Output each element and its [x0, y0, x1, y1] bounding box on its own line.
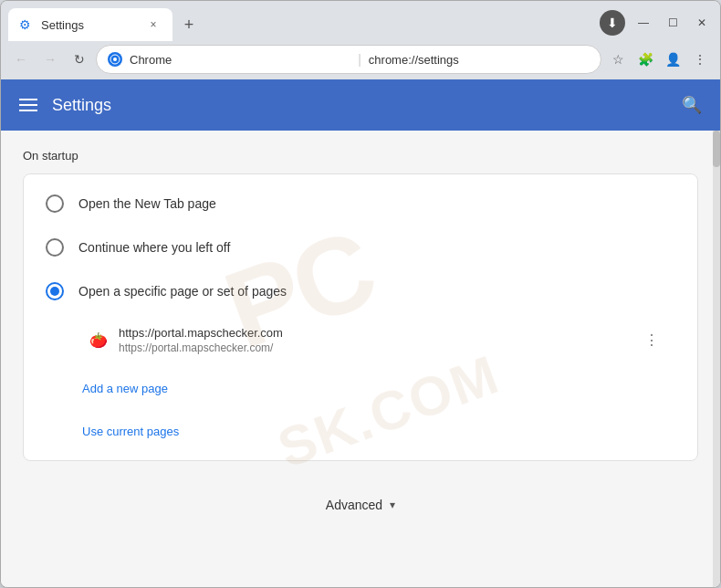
close-button[interactable]: ✕	[691, 12, 713, 34]
address-favicon-icon	[108, 52, 122, 67]
radio-label-specific: Open a specific page or set of pages	[78, 284, 287, 299]
maximize-button[interactable]: ☐	[662, 12, 684, 34]
radio-circle-specific	[46, 282, 64, 300]
new-tab-button[interactable]: +	[176, 12, 202, 37]
startup-page-more-button[interactable]: ⋮	[639, 328, 664, 353]
address-bar[interactable]: Chrome | chrome://settings	[96, 45, 601, 74]
startup-page-info: https://portal.mapschecker.com https://p…	[119, 326, 628, 354]
bookmark-button[interactable]: ☆	[605, 47, 631, 72]
menu-button[interactable]: ⋮	[687, 47, 713, 72]
startup-page-url-sub: https://portal.mapschecker.com/	[119, 341, 628, 354]
toolbar: ← → ↻ Chrome | chrome://settings ☆ 🧩 👤 ⋮	[1, 41, 720, 79]
radio-option-specific[interactable]: Open a specific page or set of pages	[24, 269, 697, 313]
download-icon: ⬇	[600, 10, 625, 36]
startup-page-entry[interactable]: 🍅 https://portal.mapschecker.com https:/…	[78, 317, 675, 363]
address-site-name: Chrome	[130, 53, 350, 67]
hamburger-menu-button[interactable]	[19, 99, 37, 111]
extensions-button[interactable]: 🧩	[632, 47, 658, 72]
page-content: Settings 🔍 PCSK.COM On startup Open the …	[1, 79, 720, 587]
browser-window: ⚙ Settings × + ⬇ — ☐ ✕ ← → ↻ Chrom	[0, 0, 721, 588]
settings-header-left: Settings	[19, 96, 111, 115]
radio-label-continue: Continue where you left off	[78, 240, 230, 255]
active-tab[interactable]: ⚙ Settings ×	[8, 8, 172, 41]
settings-page-title: Settings	[52, 96, 111, 115]
advanced-label: Advanced	[326, 498, 382, 512]
forward-button[interactable]: →	[37, 47, 63, 72]
reload-button[interactable]: ↻	[67, 47, 92, 72]
radio-circle-new-tab	[46, 194, 64, 213]
add-new-page-section: Add a new page	[24, 367, 697, 410]
tab-title: Settings	[41, 18, 138, 32]
settings-search-icon[interactable]: 🔍	[682, 95, 702, 115]
title-bar: ⚙ Settings × + ⬇ — ☐ ✕	[1, 1, 720, 41]
startup-options-card: Open the New Tab page Continue where you…	[23, 173, 698, 461]
toolbar-icons: ☆ 🧩 👤 ⋮	[605, 47, 713, 72]
scrollbar-track[interactable]	[713, 131, 720, 587]
tab-close-button[interactable]: ×	[145, 16, 162, 33]
minimize-button[interactable]: —	[632, 12, 654, 34]
scrollbar-thumb[interactable]	[713, 131, 720, 167]
startup-page-favicon: 🍅	[89, 331, 108, 350]
radio-circle-continue	[46, 238, 64, 257]
settings-header: Settings 🔍	[1, 79, 720, 131]
section-title: On startup	[23, 149, 698, 163]
profile-button[interactable]: 👤	[660, 47, 685, 72]
back-button[interactable]: ←	[8, 47, 34, 72]
radio-label-new-tab: Open the New Tab page	[78, 196, 216, 211]
svg-point-1	[113, 58, 117, 61]
add-new-page-link[interactable]: Add a new page	[78, 374, 172, 403]
radio-option-new-tab[interactable]: Open the New Tab page	[24, 182, 697, 226]
advanced-section[interactable]: Advanced ▾	[23, 483, 698, 527]
tab-favicon-icon: ⚙	[19, 17, 34, 32]
advanced-chevron-icon: ▾	[390, 499, 395, 511]
tab-area: ⚙ Settings × +	[8, 8, 596, 41]
use-current-pages-section: Use current pages	[24, 410, 697, 453]
startup-page-url-main: https://portal.mapschecker.com	[119, 326, 628, 340]
window-controls: — ☐ ✕	[632, 12, 713, 34]
use-current-pages-link[interactable]: Use current pages	[78, 417, 183, 446]
radio-option-continue[interactable]: Continue where you left off	[24, 226, 697, 269]
settings-body: PCSK.COM On startup Open the New Tab pag…	[1, 131, 720, 587]
address-url: chrome://settings	[369, 53, 590, 67]
